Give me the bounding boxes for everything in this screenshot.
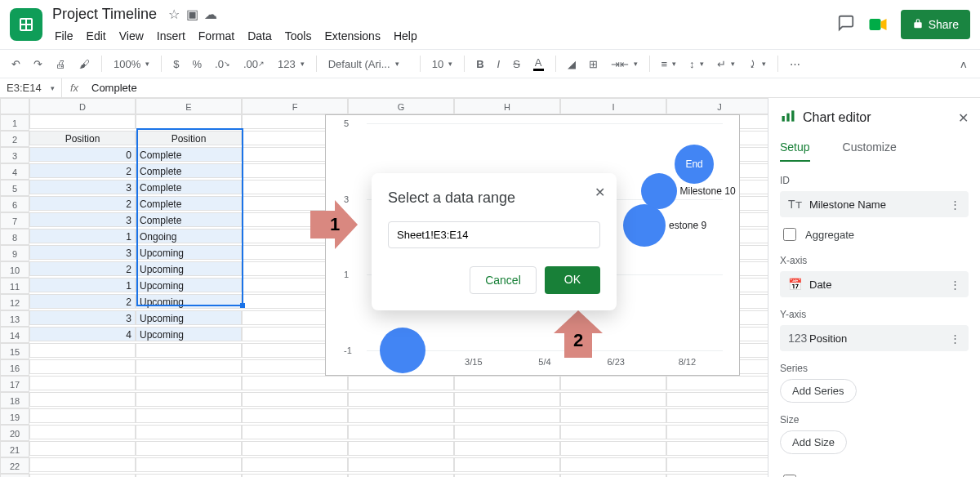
name-box[interactable]: E3:E14 — [0, 78, 62, 97]
doc-title[interactable]: Project Timeline — [49, 4, 160, 25]
row-header[interactable]: 11 — [0, 278, 29, 294]
cell[interactable] — [666, 441, 768, 456]
cell[interactable] — [666, 408, 768, 423]
cell[interactable]: Upcoming — [136, 278, 242, 292]
menu-help[interactable]: Help — [388, 26, 423, 46]
cell[interactable]: Upcoming — [136, 327, 242, 341]
cell[interactable] — [136, 114, 242, 129]
cell[interactable] — [348, 457, 454, 472]
font-size-select[interactable]: 10 — [427, 55, 457, 74]
cell[interactable] — [242, 392, 348, 407]
cell[interactable] — [560, 441, 666, 456]
cell[interactable] — [348, 408, 454, 423]
tab-setup[interactable]: Setup — [780, 140, 810, 162]
row-header[interactable]: 3 — [0, 147, 29, 163]
y-axis-field[interactable]: 123 Position ⋮ — [780, 325, 969, 351]
cell[interactable] — [29, 441, 136, 456]
comments-icon[interactable] — [837, 14, 855, 36]
cell[interactable]: 3 — [29, 212, 136, 227]
row-header[interactable]: 23 — [0, 474, 29, 477]
chart-bubble[interactable]: Milestone 10 — [641, 173, 677, 209]
cell[interactable] — [29, 343, 136, 358]
cell[interactable] — [454, 408, 560, 423]
col-header[interactable]: F — [242, 98, 348, 114]
cell[interactable] — [29, 114, 136, 129]
cloud-icon[interactable]: ☁ — [203, 6, 219, 23]
cell[interactable]: 3 — [29, 245, 136, 260]
row-header[interactable]: 13 — [0, 310, 29, 327]
paint-format-button[interactable]: 🖌 — [74, 55, 95, 74]
row-header[interactable]: 8 — [0, 229, 29, 245]
menu-insert[interactable]: Insert — [151, 26, 191, 46]
cell[interactable] — [454, 457, 560, 472]
formula-input[interactable]: Complete — [87, 82, 980, 94]
cell[interactable] — [666, 474, 768, 477]
row-header[interactable]: 4 — [0, 163, 29, 180]
cell[interactable] — [136, 441, 242, 456]
row-header[interactable]: 17 — [0, 376, 29, 392]
row-header[interactable]: 1 — [0, 114, 29, 131]
switch-row[interactable]: Switch rows / columns — [780, 472, 969, 477]
cell[interactable] — [560, 425, 666, 439]
cell[interactable] — [242, 441, 348, 456]
cell[interactable] — [666, 457, 768, 472]
percent-button[interactable]: % — [187, 55, 207, 74]
cell[interactable] — [29, 376, 136, 390]
text-color-button[interactable]: A — [528, 53, 549, 74]
row-header[interactable]: 9 — [0, 245, 29, 261]
cell[interactable]: Complete — [136, 212, 242, 227]
chart-bubble[interactable]: estone 9 — [623, 204, 666, 247]
cell[interactable] — [136, 457, 242, 472]
cell[interactable] — [560, 376, 666, 390]
number-format-select[interactable]: 123 — [273, 55, 310, 74]
zoom-select[interactable]: 100% — [109, 55, 154, 74]
chart-bubble[interactable]: End — [675, 145, 714, 184]
cell[interactable] — [136, 343, 242, 358]
cell[interactable]: Upcoming — [136, 261, 242, 276]
col-header[interactable]: J — [666, 98, 768, 114]
cell[interactable] — [560, 474, 666, 477]
selection-handle[interactable] — [240, 303, 245, 308]
cell[interactable] — [454, 441, 560, 456]
valign-button[interactable]: ↕ — [684, 55, 709, 74]
menu-extensions[interactable]: Extensions — [318, 26, 385, 46]
row-header[interactable]: 15 — [0, 343, 29, 359]
menu-data[interactable]: Data — [242, 26, 278, 46]
cell[interactable]: Position — [136, 131, 242, 145]
collapse-toolbar-button[interactable]: ʌ — [954, 55, 973, 74]
row-header[interactable]: 10 — [0, 261, 29, 278]
cell[interactable]: Complete — [136, 147, 242, 162]
cell[interactable]: 2 — [29, 261, 136, 276]
cell[interactable] — [454, 425, 560, 439]
row-header[interactable]: 14 — [0, 327, 29, 343]
cell[interactable]: Ongoing — [136, 229, 242, 243]
cell[interactable]: 4 — [29, 327, 136, 341]
cell[interactable]: 2 — [29, 196, 136, 211]
strikethrough-button[interactable]: S — [508, 55, 525, 74]
cell[interactable]: Complete — [136, 163, 242, 178]
row-header[interactable]: 6 — [0, 196, 29, 212]
more-button[interactable]: ⋯ — [785, 55, 805, 74]
share-button[interactable]: Share — [901, 10, 970, 39]
cell[interactable] — [348, 376, 454, 390]
undo-button[interactable]: ↶ — [7, 55, 25, 74]
row-header[interactable]: 7 — [0, 212, 29, 229]
cell[interactable] — [560, 392, 666, 407]
cell[interactable] — [136, 359, 242, 374]
id-field[interactable]: Tᴛ Milestone Name ⋮ — [780, 191, 969, 217]
cell[interactable] — [348, 441, 454, 456]
add-size-button[interactable]: Add Size — [780, 430, 847, 454]
cell[interactable] — [242, 408, 348, 423]
cell[interactable] — [560, 408, 666, 423]
row-header[interactable]: 5 — [0, 180, 29, 196]
col-header[interactable]: G — [348, 98, 454, 114]
sheets-logo[interactable] — [10, 8, 42, 41]
cell[interactable] — [242, 425, 348, 439]
menu-tools[interactable]: Tools — [279, 26, 318, 46]
cell[interactable] — [136, 474, 242, 477]
cell[interactable] — [666, 425, 768, 439]
cell[interactable] — [29, 359, 136, 374]
wrap-button[interactable]: ↵ — [712, 55, 740, 74]
cell[interactable]: Complete — [136, 196, 242, 211]
dec-decrease-button[interactable]: .0↘ — [210, 55, 235, 74]
